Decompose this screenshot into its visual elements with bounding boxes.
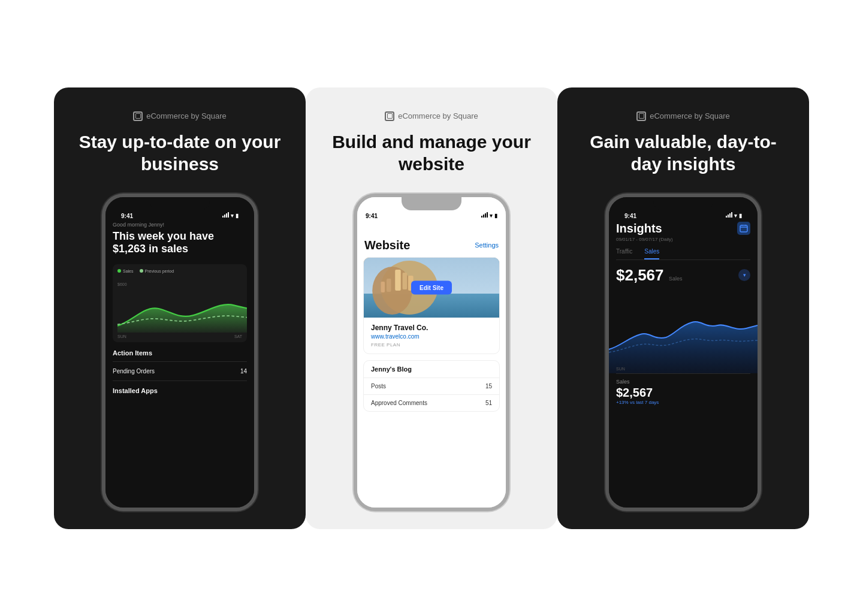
svg-rect-7 — [387, 279, 391, 292]
previous-dot — [140, 269, 143, 273]
brand-text-3: eCommerce by Square — [650, 111, 730, 120]
settings-link[interactable]: Settings — [475, 241, 499, 249]
screen2-section: eCommerce by Square Build and manage you… — [306, 87, 557, 529]
signal-icon-3 — [726, 213, 732, 219]
blog-comments-count: 51 — [485, 400, 492, 406]
phone-notch-1 — [150, 197, 210, 210]
screen3-section: eCommerce by Square Gain valuable, day-t… — [557, 87, 809, 529]
blog-comments-label: Approved Comments — [371, 400, 427, 406]
legend-previous: Previous period — [140, 269, 174, 273]
site-name: Jenny Travel Co. — [371, 324, 492, 332]
pending-orders-count: 14 — [240, 368, 247, 375]
sales-label: Sales — [669, 276, 683, 282]
signal-icon-2 — [481, 213, 488, 219]
insights-header: Insights — [616, 222, 750, 235]
date-range: 09/01/17 - 09/07/17 (Daily) — [616, 237, 750, 242]
calendar-icon[interactable] — [737, 222, 750, 235]
status-icons-2: ▾ ▮ — [481, 213, 497, 219]
brand-label-2: eCommerce by Square — [385, 111, 478, 121]
screen3-title: Gain valuable, day-to-day insights — [575, 131, 791, 176]
svg-rect-4 — [395, 270, 400, 291]
sales-footer-amount: $2,567 — [616, 386, 750, 400]
site-info: Jenny Travel Co. www.travelco.com FREE P… — [364, 318, 499, 354]
sales-dot — [117, 269, 121, 273]
chart-container-1: Sales Previous period $600 — [113, 264, 247, 342]
website-heading: Website — [364, 238, 410, 252]
blue-chart-container: SUN — [609, 289, 758, 373]
blog-posts-count: 15 — [485, 383, 492, 389]
legend-sales: Sales — [117, 269, 134, 273]
svg-rect-5 — [403, 273, 408, 289]
sales-growth: +13% vs last 7 days — [616, 400, 750, 405]
chart-days: SUN SAT — [117, 334, 242, 339]
chart-legend: Sales Previous period — [117, 269, 242, 273]
phone-screen-1: 9:41 ▾ ▮ Good morning Jenny! This week y… — [105, 197, 254, 508]
brand-text-1: eCommerce by Square — [146, 111, 227, 120]
greeting-text: Good morning Jenny! — [113, 222, 247, 228]
square-icon-2 — [385, 111, 394, 121]
sun-day-label: SUN — [616, 367, 625, 371]
status-icons-1: ▾ ▮ — [222, 213, 239, 219]
sales-heading: This week you have $1,263 in sales — [113, 230, 247, 256]
sales-footer-label: Sales — [616, 379, 750, 385]
wifi-icon-3: ▾ — [734, 213, 737, 219]
website-header: Website Settings — [357, 222, 506, 257]
sales-chart-svg — [117, 285, 247, 333]
edit-site-button[interactable]: Edit Site — [411, 280, 452, 294]
battery-icon-2: ▮ — [494, 213, 497, 219]
pending-orders-row: Pending Orders 14 — [113, 361, 247, 381]
sales-amount: $2,567 — [616, 266, 664, 284]
screen1-section: eCommerce by Square Stay up-to-date on y… — [54, 87, 306, 529]
phone-screen-2: 9:41 ▾ ▮ Website Settings — [357, 197, 506, 508]
pending-orders-label: Pending Orders — [113, 368, 155, 375]
signal-icon-1 — [222, 213, 229, 219]
square-icon-1 — [133, 111, 143, 121]
tab-traffic[interactable]: Traffic — [616, 248, 632, 259]
svg-rect-8 — [381, 282, 385, 292]
svg-rect-9 — [740, 225, 747, 232]
phone-frame-2: 9:41 ▾ ▮ Website Settings — [354, 194, 509, 511]
battery-icon-1: ▮ — [236, 213, 239, 219]
site-card: Edit Site Jenny Travel Co. www.travelco.… — [363, 257, 500, 354]
site-url[interactable]: www.travelco.com — [371, 333, 492, 340]
status-time-2: 9:41 — [366, 213, 378, 219]
square-icon-3 — [636, 111, 646, 121]
chevron-down-icon[interactable]: ▾ — [738, 269, 750, 281]
installed-apps-label: Installed Apps — [113, 387, 247, 394]
screenshots-container: eCommerce by Square Stay up-to-date on y… — [0, 64, 863, 553]
phone-frame-3: 9:41 ▾ ▮ Insights 09/01/17 - 09/0 — [605, 194, 761, 511]
blog-title: Jenny's Blog — [364, 361, 499, 378]
status-time-1: 9:41 — [121, 213, 133, 219]
wifi-icon-2: ▾ — [490, 213, 493, 219]
status-time-3: 9:41 — [624, 213, 636, 219]
battery-icon-3: ▮ — [739, 213, 742, 219]
insights-chart-svg — [609, 289, 758, 373]
site-image: Edit Site — [364, 258, 499, 318]
tab-sales[interactable]: Sales — [644, 248, 659, 259]
blog-posts-row: Posts 15 — [364, 378, 499, 395]
brand-text-2: eCommerce by Square — [398, 111, 478, 120]
phone-notch-3 — [653, 197, 713, 210]
screen2-title: Build and manage your website — [324, 131, 539, 176]
brand-label-3: eCommerce by Square — [636, 111, 730, 121]
brand-label-1: eCommerce by Square — [133, 111, 227, 121]
blog-comments-row: Approved Comments 51 — [364, 395, 499, 411]
phone-notch-2 — [402, 197, 461, 210]
site-plan: FREE PLAN — [371, 342, 492, 348]
action-items-label: Action Items — [113, 349, 247, 357]
sales-footer: Sales $2,567 +13% vs last 7 days — [616, 373, 750, 405]
screen1-title: Stay up-to-date on your business — [72, 131, 288, 176]
sales-amount-container: $2,567 Sales — [616, 266, 683, 285]
wifi-icon-1: ▾ — [231, 213, 234, 219]
tabs-row: Traffic Sales — [616, 248, 750, 260]
blog-section: Jenny's Blog Posts 15 Approved Comments … — [363, 360, 500, 412]
blog-posts-label: Posts — [371, 383, 386, 389]
phone-screen-3: 9:41 ▾ ▮ Insights 09/01/17 - 09/0 — [609, 197, 758, 508]
sales-header-row: $2,567 Sales ▾ — [616, 266, 750, 285]
phone-frame-1: 9:41 ▾ ▮ Good morning Jenny! This week y… — [102, 194, 258, 511]
status-icons-3: ▾ ▮ — [726, 213, 742, 219]
insights-title: Insights — [616, 222, 662, 235]
